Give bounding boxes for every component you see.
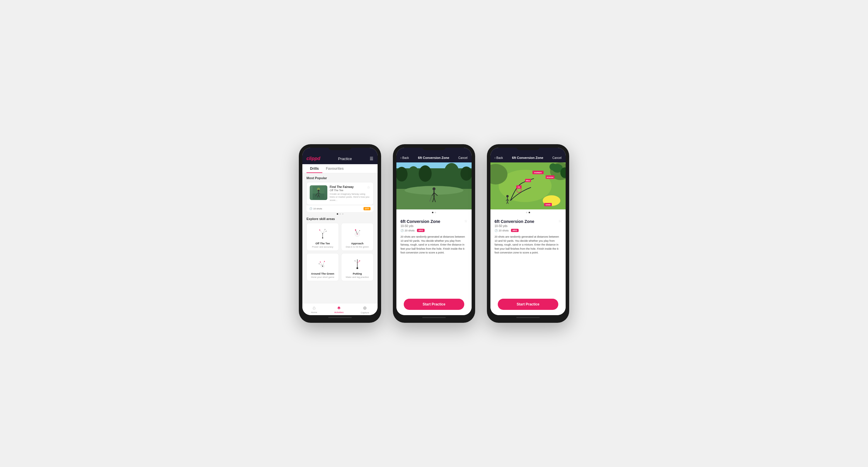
drill-description: Create an imaginary fairway using trees … xyxy=(330,193,370,202)
svg-text:SAND: SAND xyxy=(546,204,551,206)
drill-detail-description: 20 shots are randomly generated at dista… xyxy=(401,235,467,255)
drill-meta: 🕐 10 shots OTT xyxy=(307,205,373,212)
favourite-icon-3[interactable]: ☆ xyxy=(558,219,561,223)
cancel-button-3[interactable]: Cancel xyxy=(552,156,561,160)
featured-drill-card[interactable]: Find The Fairway Off The Tee ☆ Create an… xyxy=(307,182,373,205)
drill-detail-range: 10-50 yds xyxy=(401,224,467,228)
clock-icon-3: 🕐 xyxy=(495,229,498,232)
menu-icon[interactable]: ☰ xyxy=(370,156,373,161)
svg-text:Miss: Miss xyxy=(526,180,530,181)
drill-detail-description-3: 20 shots are randomly generated at dista… xyxy=(495,235,561,255)
back-label: Back xyxy=(402,156,409,160)
approach-icon xyxy=(351,228,363,239)
shots-text: 10 shots xyxy=(313,207,322,210)
dot-2 xyxy=(339,213,341,215)
start-practice-button[interactable]: Start Practice xyxy=(404,299,464,310)
drill-name: Find The Fairway xyxy=(330,185,354,189)
back-button[interactable]: ‹ Back xyxy=(401,156,409,160)
phone-notch-3 xyxy=(516,144,540,150)
activities-icon: ♣ xyxy=(337,305,341,310)
golf-map-svg: FAIRWAY ROUGH Miss Hit SAND xyxy=(490,162,566,209)
skill-name-putting: Putting xyxy=(344,272,371,275)
drill-detail-name: 6ft Conversion Zone xyxy=(401,219,440,224)
shots-info: 🕐 10 shots xyxy=(309,207,322,210)
screen-1: clippd Practice ☰ Drills Favourites Most… xyxy=(302,148,378,315)
clock-icon-2: 🕐 xyxy=(401,229,404,232)
screen-3: ‹ Back 6ft Conversion Zone Cancel xyxy=(490,148,566,315)
approach-icon-area xyxy=(344,226,371,241)
drill-detail-name-3: 6ft Conversion Zone xyxy=(495,219,534,224)
svg-text:FAIRWAY: FAIRWAY xyxy=(534,172,542,174)
svg-text:ROUGH: ROUGH xyxy=(547,176,553,178)
svg-point-64 xyxy=(506,195,508,197)
arg-badge-3: ARG xyxy=(511,229,519,232)
dot-1 xyxy=(337,213,338,215)
back-label-3: Back xyxy=(496,156,503,160)
dot2-1 xyxy=(432,212,433,213)
carousel-dots xyxy=(307,213,373,215)
activities-label: Activities xyxy=(334,311,344,314)
ott-icon xyxy=(317,228,329,239)
svg-point-15 xyxy=(325,229,326,230)
svg-point-24 xyxy=(355,229,356,231)
drill-detail-shots: 🕐 20 shots xyxy=(401,229,414,232)
arg-badge-2: ARG xyxy=(417,229,425,232)
dot3-1 xyxy=(526,212,527,213)
phone-3: ‹ Back 6ft Conversion Zone Cancel xyxy=(487,144,569,323)
capture-label: Capture xyxy=(361,311,369,314)
favourite-icon[interactable]: ☆ xyxy=(367,185,370,190)
svg-point-25 xyxy=(360,230,360,231)
cancel-button[interactable]: Cancel xyxy=(458,156,467,160)
home-icon: ⌂ xyxy=(313,305,316,310)
dot-3 xyxy=(342,213,343,215)
start-practice-button-3[interactable]: Start Practice xyxy=(498,299,558,310)
skill-grid: Off The Tee Power and accuracy xyxy=(307,223,373,281)
back-button-3[interactable]: ‹ Back xyxy=(495,156,503,160)
skill-desc-approach: Dial-in to hit the green xyxy=(344,245,371,248)
carousel-dots-2 xyxy=(396,210,472,214)
shots-text-2: 20 shots xyxy=(405,229,414,232)
svg-point-39 xyxy=(360,261,360,261)
phone-notch xyxy=(328,144,352,150)
svg-point-63 xyxy=(550,163,557,170)
favourite-icon-2[interactable]: ☆ xyxy=(464,219,467,223)
skill-card-approach[interactable]: Approach Dial-in to hit the green xyxy=(341,223,373,251)
skill-name-approach: Approach xyxy=(344,242,371,245)
tab-drills[interactable]: Drills xyxy=(307,164,322,173)
svg-point-32 xyxy=(324,261,325,262)
start-btn-container: Start Practice xyxy=(396,296,472,315)
svg-point-31 xyxy=(320,262,321,263)
most-popular-title: Most Popular xyxy=(307,176,373,180)
screen2-title: 6ft Conversion Zone xyxy=(418,156,449,160)
drill-image xyxy=(396,162,472,209)
golf-photo-svg xyxy=(396,162,472,209)
home-indicator-2 xyxy=(422,317,446,318)
start-btn-container-3: Start Practice xyxy=(490,296,566,315)
skill-card-arg[interactable]: Around The Green Hone your short game xyxy=(307,253,339,281)
header-title: Practice xyxy=(338,157,352,161)
svg-point-43 xyxy=(408,166,419,179)
tab-favourites[interactable]: Favourites xyxy=(322,164,347,173)
ott-badge: OTT xyxy=(364,207,371,210)
skill-card-putting[interactable]: Putting Make and lag practice xyxy=(341,253,373,281)
clock-icon: 🕐 xyxy=(309,207,312,210)
nav-capture[interactable]: ⊕ Capture xyxy=(361,305,369,314)
nav-activities[interactable]: ♣ Activities xyxy=(334,305,344,314)
drill-info: Find The Fairway Off The Tee ☆ Create an… xyxy=(330,185,370,202)
nav-home[interactable]: ⌂ Home xyxy=(311,305,317,314)
ott-icon-area xyxy=(309,226,336,241)
svg-line-36 xyxy=(355,261,357,263)
screen-2: ‹ Back 6ft Conversion Zone Cancel xyxy=(396,148,472,315)
svg-point-14 xyxy=(319,230,320,231)
drill-map: FAIRWAY ROUGH Miss Hit SAND xyxy=(490,162,566,209)
skill-name-arg: Around The Green xyxy=(309,272,336,275)
svg-point-38 xyxy=(355,261,355,261)
arg-icon-area xyxy=(309,257,336,271)
drill-detail-shots-3: 🕐 20 shots xyxy=(495,229,508,232)
drill-detail-content: 6ft Conversion Zone ☆ 10-50 yds 🕐 20 sho… xyxy=(396,215,472,296)
home-indicator xyxy=(328,317,352,318)
chevron-left-icon: ‹ xyxy=(401,156,401,160)
skill-card-ott[interactable]: Off The Tee Power and accuracy xyxy=(307,223,339,251)
svg-point-3 xyxy=(318,190,319,192)
tabs-bar: Drills Favourites xyxy=(302,164,378,173)
